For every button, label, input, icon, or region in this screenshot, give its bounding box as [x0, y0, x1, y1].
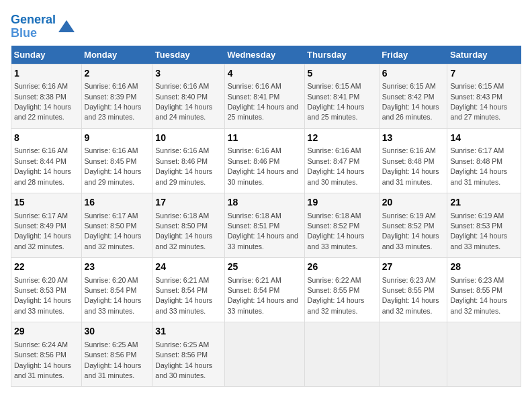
day-info: Sunrise: 6:16 AMSunset: 8:41 PMDaylight:…	[228, 82, 298, 121]
calendar-cell: 29Sunrise: 6:24 AMSunset: 8:56 PMDayligh…	[11, 322, 82, 387]
day-header-wednesday: Wednesday	[224, 46, 304, 64]
day-info: Sunrise: 6:19 AMSunset: 8:52 PMDaylight:…	[382, 212, 439, 250]
calendar-cell: 8Sunrise: 6:16 AMSunset: 8:44 PMDaylight…	[11, 128, 82, 193]
day-number: 18	[228, 196, 302, 210]
day-number: 5	[308, 67, 376, 81]
calendar-cell: 24Sunrise: 6:21 AMSunset: 8:54 PMDayligh…	[152, 258, 224, 322]
calendar-cell: 17Sunrise: 6:18 AMSunset: 8:50 PMDayligh…	[152, 193, 224, 257]
day-info: Sunrise: 6:16 AMSunset: 8:45 PMDaylight:…	[85, 146, 142, 185]
day-number: 8	[14, 132, 79, 145]
day-number: 17	[155, 196, 221, 210]
day-info: Sunrise: 6:21 AMSunset: 8:54 PMDaylight:…	[228, 276, 298, 315]
calendar-cell: 23Sunrise: 6:20 AMSunset: 8:54 PMDayligh…	[81, 258, 152, 322]
day-header-friday: Friday	[379, 46, 447, 64]
day-info: Sunrise: 6:20 AMSunset: 8:54 PMDaylight:…	[85, 276, 142, 315]
day-info: Sunrise: 6:23 AMSunset: 8:55 PMDaylight:…	[450, 276, 507, 315]
calendar-cell: 14Sunrise: 6:17 AMSunset: 8:48 PMDayligh…	[447, 128, 521, 193]
day-number: 3	[155, 67, 221, 81]
calendar-cell: 20Sunrise: 6:19 AMSunset: 8:52 PMDayligh…	[379, 193, 447, 257]
day-number: 7	[450, 67, 518, 81]
calendar-cell: 27Sunrise: 6:23 AMSunset: 8:55 PMDayligh…	[379, 258, 447, 322]
day-number: 10	[155, 132, 221, 145]
calendar-cell: 28Sunrise: 6:23 AMSunset: 8:55 PMDayligh…	[447, 258, 521, 322]
calendar-cell: 25Sunrise: 6:21 AMSunset: 8:54 PMDayligh…	[224, 258, 304, 322]
day-info: Sunrise: 6:25 AMSunset: 8:56 PMDaylight:…	[155, 340, 212, 379]
calendar-cell: 2Sunrise: 6:16 AMSunset: 8:39 PMDaylight…	[81, 64, 152, 128]
calendar-cell: 16Sunrise: 6:17 AMSunset: 8:50 PMDayligh…	[81, 193, 152, 257]
day-number: 26	[308, 261, 376, 274]
day-info: Sunrise: 6:20 AMSunset: 8:53 PMDaylight:…	[14, 276, 71, 315]
day-info: Sunrise: 6:16 AMSunset: 8:39 PMDaylight:…	[85, 82, 142, 121]
day-info: Sunrise: 6:18 AMSunset: 8:50 PMDaylight:…	[155, 212, 212, 250]
calendar-cell: 21Sunrise: 6:19 AMSunset: 8:53 PMDayligh…	[447, 193, 521, 257]
calendar-cell: 3Sunrise: 6:16 AMSunset: 8:40 PMDaylight…	[152, 64, 224, 128]
day-info: Sunrise: 6:17 AMSunset: 8:50 PMDaylight:…	[85, 212, 142, 250]
calendar-cell: 6Sunrise: 6:15 AMSunset: 8:42 PMDaylight…	[379, 64, 447, 128]
day-info: Sunrise: 6:16 AMSunset: 8:40 PMDaylight:…	[155, 82, 212, 121]
day-number: 15	[14, 196, 79, 210]
calendar-header: SundayMondayTuesdayWednesdayThursdayFrid…	[11, 46, 521, 64]
day-number: 6	[382, 67, 445, 81]
calendar-cell: 13Sunrise: 6:16 AMSunset: 8:48 PMDayligh…	[379, 128, 447, 193]
day-number: 11	[228, 132, 302, 145]
logo: General Blue	[11, 13, 76, 40]
day-number: 23	[85, 261, 150, 274]
day-number: 19	[308, 196, 376, 210]
day-info: Sunrise: 6:16 AMSunset: 8:46 PMDaylight:…	[228, 146, 298, 185]
calendar-cell: 4Sunrise: 6:16 AMSunset: 8:41 PMDaylight…	[224, 64, 304, 128]
calendar-week-3: 15Sunrise: 6:17 AMSunset: 8:49 PMDayligh…	[11, 193, 521, 257]
day-header-tuesday: Tuesday	[152, 46, 224, 64]
calendar-cell	[447, 322, 521, 387]
day-header-monday: Monday	[81, 46, 152, 64]
day-info: Sunrise: 6:16 AMSunset: 8:44 PMDaylight:…	[14, 146, 71, 185]
calendar-cell: 18Sunrise: 6:18 AMSunset: 8:51 PMDayligh…	[224, 193, 304, 257]
day-info: Sunrise: 6:15 AMSunset: 8:42 PMDaylight:…	[382, 82, 439, 121]
day-info: Sunrise: 6:16 AMSunset: 8:48 PMDaylight:…	[382, 146, 439, 185]
calendar-cell: 11Sunrise: 6:16 AMSunset: 8:46 PMDayligh…	[224, 128, 304, 193]
calendar-cell: 22Sunrise: 6:20 AMSunset: 8:53 PMDayligh…	[11, 258, 82, 322]
logo-text: General Blue	[11, 13, 56, 40]
calendar-cell: 1Sunrise: 6:16 AMSunset: 8:38 PMDaylight…	[11, 64, 82, 128]
day-info: Sunrise: 6:22 AMSunset: 8:55 PMDaylight:…	[308, 276, 365, 315]
day-number: 1	[14, 67, 79, 81]
page-header: General Blue	[11, 11, 521, 40]
day-info: Sunrise: 6:16 AMSunset: 8:46 PMDaylight:…	[155, 146, 212, 185]
calendar-cell	[224, 322, 304, 387]
calendar-cell: 12Sunrise: 6:16 AMSunset: 8:47 PMDayligh…	[304, 128, 379, 193]
day-info: Sunrise: 6:15 AMSunset: 8:43 PMDaylight:…	[450, 82, 507, 121]
calendar-cell: 7Sunrise: 6:15 AMSunset: 8:43 PMDaylight…	[447, 64, 521, 128]
day-header-thursday: Thursday	[304, 46, 379, 64]
calendar-body: 1Sunrise: 6:16 AMSunset: 8:38 PMDaylight…	[11, 64, 521, 387]
day-number: 31	[155, 325, 221, 338]
day-number: 29	[14, 325, 79, 338]
day-info: Sunrise: 6:18 AMSunset: 8:52 PMDaylight:…	[308, 212, 365, 250]
day-number: 27	[382, 261, 445, 274]
day-number: 20	[382, 196, 445, 210]
day-info: Sunrise: 6:17 AMSunset: 8:49 PMDaylight:…	[14, 212, 71, 250]
calendar-cell: 31Sunrise: 6:25 AMSunset: 8:56 PMDayligh…	[152, 322, 224, 387]
svg-marker-0	[58, 20, 75, 32]
calendar-cell: 30Sunrise: 6:25 AMSunset: 8:56 PMDayligh…	[81, 322, 152, 387]
day-number: 24	[155, 261, 221, 274]
day-info: Sunrise: 6:16 AMSunset: 8:38 PMDaylight:…	[14, 82, 71, 121]
logo-icon	[57, 17, 76, 36]
calendar-cell: 9Sunrise: 6:16 AMSunset: 8:45 PMDaylight…	[81, 128, 152, 193]
day-number: 28	[450, 261, 518, 274]
calendar-cell: 19Sunrise: 6:18 AMSunset: 8:52 PMDayligh…	[304, 193, 379, 257]
day-info: Sunrise: 6:15 AMSunset: 8:41 PMDaylight:…	[308, 82, 365, 121]
day-info: Sunrise: 6:25 AMSunset: 8:56 PMDaylight:…	[85, 340, 142, 379]
day-number: 25	[228, 261, 302, 274]
day-header-sunday: Sunday	[11, 46, 82, 64]
day-number: 9	[85, 132, 150, 145]
day-number: 14	[450, 132, 518, 145]
calendar-cell: 26Sunrise: 6:22 AMSunset: 8:55 PMDayligh…	[304, 258, 379, 322]
day-info: Sunrise: 6:19 AMSunset: 8:53 PMDaylight:…	[450, 212, 507, 250]
calendar-cell	[379, 322, 447, 387]
calendar-week-5: 29Sunrise: 6:24 AMSunset: 8:56 PMDayligh…	[11, 322, 521, 387]
day-number: 13	[382, 132, 445, 145]
day-info: Sunrise: 6:23 AMSunset: 8:55 PMDaylight:…	[382, 276, 439, 315]
day-number: 16	[85, 196, 150, 210]
day-number: 22	[14, 261, 79, 274]
calendar-week-4: 22Sunrise: 6:20 AMSunset: 8:53 PMDayligh…	[11, 258, 521, 322]
day-info: Sunrise: 6:16 AMSunset: 8:47 PMDaylight:…	[308, 146, 365, 185]
